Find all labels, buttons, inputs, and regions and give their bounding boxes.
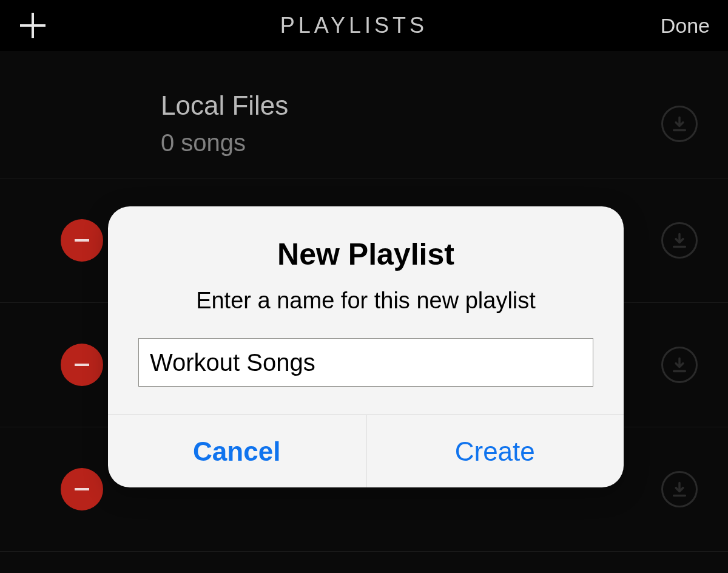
playlist-name-input[interactable] [138,338,593,387]
add-playlist-icon[interactable] [18,11,47,40]
delete-icon[interactable] [61,219,103,262]
row-text: Local Files 0 songs [161,90,288,157]
create-button[interactable]: Create [366,415,624,487]
done-button[interactable]: Done [661,14,710,38]
dialog-buttons: Cancel Create [108,415,624,487]
page-title: PLAYLISTS [280,13,428,38]
delete-icon[interactable] [61,468,103,510]
dialog-input-wrap [108,338,624,415]
download-icon[interactable] [661,471,698,507]
dialog-header: New Playlist Enter a name for this new p… [108,206,624,338]
delete-icon[interactable] [61,344,103,386]
new-playlist-dialog: New Playlist Enter a name for this new p… [108,206,624,487]
playlist-subtitle: 0 songs [161,129,288,157]
download-icon[interactable] [661,222,698,259]
list-item[interactable]: Local Files 0 songs [0,69,728,178]
dialog-title: New Playlist [138,237,593,272]
cancel-button[interactable]: Cancel [108,415,366,487]
dialog-subtitle: Enter a name for this new playlist [138,288,593,314]
download-icon[interactable] [661,106,698,142]
header-bar: PLAYLISTS Done [0,0,728,51]
download-icon[interactable] [661,347,698,383]
playlist-title: Local Files [161,90,288,121]
